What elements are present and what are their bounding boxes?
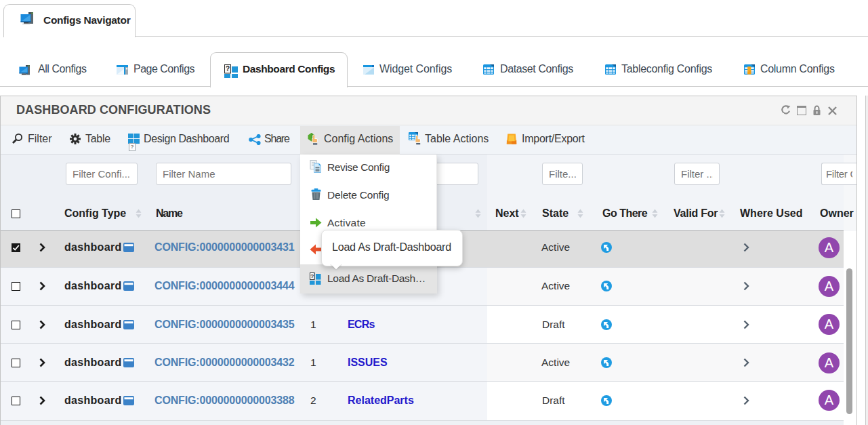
svg-text:?: ?: [310, 273, 314, 279]
svg-text:?: ?: [226, 65, 230, 73]
